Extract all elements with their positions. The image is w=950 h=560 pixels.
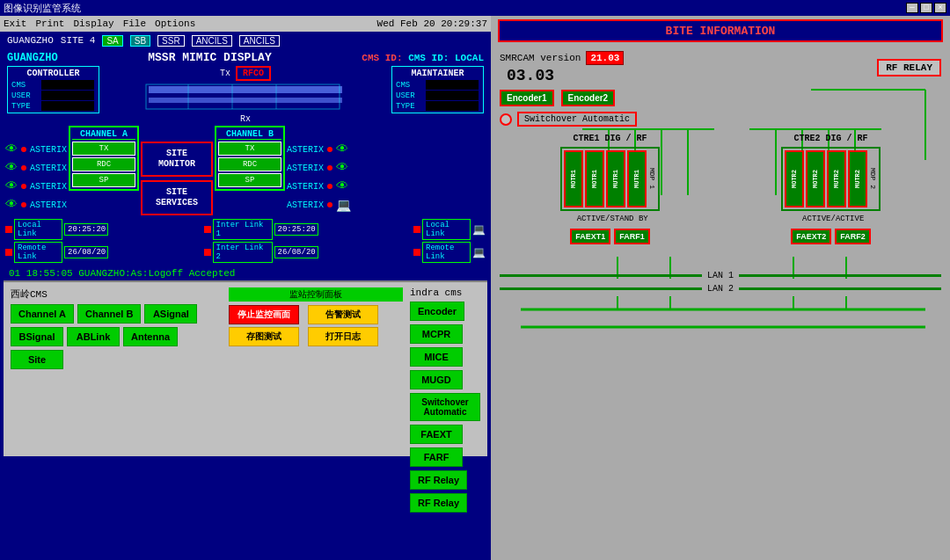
mice-btn[interactable]: MICE [410, 347, 463, 367]
time3: 20:25:20 [274, 223, 318, 236]
channel-b-btn[interactable]: Channel B [77, 304, 141, 324]
mssr-display: GUANGZHO MSSR MIMIC DISPLAY CMS ID: CMS … [0, 49, 491, 560]
modules-area: MOTR1 MOTR1 MUTR1 MUTR1 MDP 1 MOTR2 MOTR… [500, 147, 941, 211]
middle-control: 监站控制面板 停止监控画面 告警测试 存图测试 打开日志 [229, 287, 403, 451]
farf-btn[interactable]: RF Relay [410, 470, 467, 490]
user-label: USER [11, 91, 40, 100]
mutr1-1[interactable]: MUTR1 [606, 150, 625, 207]
minimize-btn[interactable]: — [906, 3, 918, 13]
ssr-button[interactable]: SSR [157, 35, 185, 47]
left-asterix-3: 👁 ASTERIX [5, 178, 67, 194]
ablink-btn[interactable]: ABLink [67, 327, 120, 346]
west-cms-title: 西岭CMS [11, 287, 222, 301]
ancils-button-2[interactable]: ANCILS [239, 35, 280, 47]
time1: 20:25:20 [64, 223, 108, 236]
rx-label: Rx [240, 114, 251, 124]
site-location: GUANGZHO [7, 35, 54, 46]
tx-button-a[interactable]: TX [72, 142, 135, 156]
panels-row: Exit Print Display File Options Wed Feb … [0, 16, 950, 560]
open-log-btn[interactable]: 打开日志 [308, 327, 378, 346]
faext-btn[interactable]: FARF [410, 447, 463, 467]
farf-group-1: FAEXT1 FARF1 [570, 229, 650, 244]
maximize-btn[interactable]: □ [920, 3, 932, 13]
left-asterix-2: 👁 ASTERIX [5, 160, 67, 176]
app-window: 图像识别监管系统 — □ × Exit Print Display File O… [0, 0, 950, 560]
indra-buttons: Encoder MCPR MICE MUGD SwitchoverAutomat… [410, 302, 480, 513]
encoder-btn[interactable]: Encoder [410, 302, 464, 321]
faext1-btn[interactable]: FAEXT1 [570, 229, 610, 244]
version-box: 21.03 [586, 51, 624, 65]
mutr2-2[interactable]: MUTR2 [848, 150, 867, 207]
mdp1-label: MDP 1 [648, 150, 656, 207]
rdc-button-b[interactable]: RDC [218, 157, 281, 171]
left-asterix-1: 👁 ASTERIX [5, 142, 67, 157]
bsignal-btn[interactable]: BSignal [11, 327, 63, 346]
site-info-bar: GUANGZHO SITE 4 SA SB SSR ANCILS ANCILS [0, 32, 491, 49]
sb-button[interactable]: SB [130, 35, 150, 47]
ctre1-modules: MOTR1 MOTR1 MUTR1 MUTR1 MDP 1 [560, 147, 660, 211]
time2: 26/08/20 [64, 246, 108, 258]
version-num: 03.03 [507, 67, 624, 84]
local-link-right: Local Link [422, 219, 471, 240]
cms-id: CMS ID: CMS ID: LOCAL [362, 53, 484, 63]
asignal-btn[interactable]: ASignal [144, 304, 197, 324]
menu-options[interactable]: Options [155, 18, 195, 29]
faext2-btn[interactable]: FAEXT2 [791, 229, 831, 244]
window-controls: — □ × [906, 3, 946, 13]
site-monitor-box[interactable]: SITE MONITOR [141, 142, 213, 177]
motr2-2[interactable]: MOTR2 [806, 150, 825, 207]
cms-label: CMS [11, 81, 40, 90]
active-labels: ACTIVE/STAND BY ACTIVE/ACTIVE [500, 215, 941, 223]
tx-button-b[interactable]: TX [218, 142, 281, 156]
ctre2-modules: MOTR2 MOTR2 MUTR2 MUTR2 MDP 2 [781, 147, 881, 211]
menu-display[interactable]: Display [73, 18, 113, 29]
mcpr-btn[interactable]: MCPR [410, 324, 463, 344]
channel-b-box: CHANNEL B TX RDC SP [215, 126, 285, 191]
controller-title: CONTROLLER [11, 69, 95, 78]
rdc-button-a[interactable]: RDC [72, 157, 135, 171]
mssr-site: GUANGZHO [7, 52, 58, 64]
west-cms-section: 西岭CMS Channel A Channel B ASignal BSigna… [11, 287, 222, 451]
farf2-btn[interactable]: FARF2 [835, 229, 871, 244]
channel-a-btn[interactable]: Channel A [11, 304, 74, 324]
encoder-row: Encoder1 Encoder2 [500, 90, 941, 106]
sa-button[interactable]: SA [102, 35, 122, 47]
mssr-title: MSSR MIMIC DISPLAY [148, 51, 271, 64]
mutr2-1[interactable]: MUTR2 [827, 150, 846, 207]
switchover-label: Switchover Automatic [517, 112, 637, 127]
alarm-test-btn[interactable]: 告警测试 [308, 305, 378, 324]
site-services-box[interactable]: SITE SERVICES [141, 180, 213, 215]
encoder1-btn[interactable]: Encoder1 [500, 90, 554, 106]
farf-area: FAEXT1 FARF1 FAEXT2 FARF2 [500, 229, 941, 244]
encoder2-btn[interactable]: Encoder2 [561, 90, 616, 106]
site-btn[interactable]: Site [11, 350, 63, 369]
mugd-btn[interactable]: MUGD [410, 370, 463, 389]
mutr1-2[interactable]: MUTR1 [627, 150, 647, 207]
antenna-btn[interactable]: Antenna [123, 327, 178, 346]
ancils-button-1[interactable]: ANCILS [192, 35, 232, 47]
menu-print[interactable]: Print [35, 18, 64, 29]
rf-relay-box[interactable]: RF RELAY [877, 59, 941, 76]
indra-title: indra cms [410, 287, 480, 298]
menu-file[interactable]: File [123, 18, 146, 29]
save-test-btn[interactable]: 存图测试 [229, 327, 299, 346]
close-btn[interactable]: × [934, 3, 946, 13]
time4: 26/08/20 [274, 246, 318, 258]
right-asterix-col: ASTERIX 👁 ASTERIX 👁 ASTERIX 👁 [287, 142, 351, 213]
farf1-btn[interactable]: FARF1 [614, 229, 650, 244]
channel-b-title: CHANNEL B [218, 129, 281, 140]
motr1-1[interactable]: MOTR1 [564, 150, 583, 207]
stop-monitor-btn[interactable]: 停止监控画面 [229, 305, 299, 324]
mutr-btn[interactable]: FAEXT [410, 425, 463, 444]
active-standby: ACTIVE/STAND BY [577, 215, 648, 223]
menu-exit[interactable]: Exit [4, 18, 26, 29]
motr2-1[interactable]: MOTR2 [785, 150, 804, 207]
rf-relay-btn[interactable]: RF Relay [410, 493, 467, 513]
switch-indicator [500, 113, 512, 126]
switchover-auto-btn[interactable]: SwitchoverAutomatic [410, 393, 480, 421]
motr1-2[interactable]: MOTR1 [585, 150, 604, 207]
sp-button-b[interactable]: SP [218, 173, 281, 187]
controller-box: CONTROLLER CMS USER TYPE [7, 66, 99, 113]
sp-button-a[interactable]: SP [72, 173, 135, 187]
smrcam-label: SMRCAM version [500, 53, 581, 63]
